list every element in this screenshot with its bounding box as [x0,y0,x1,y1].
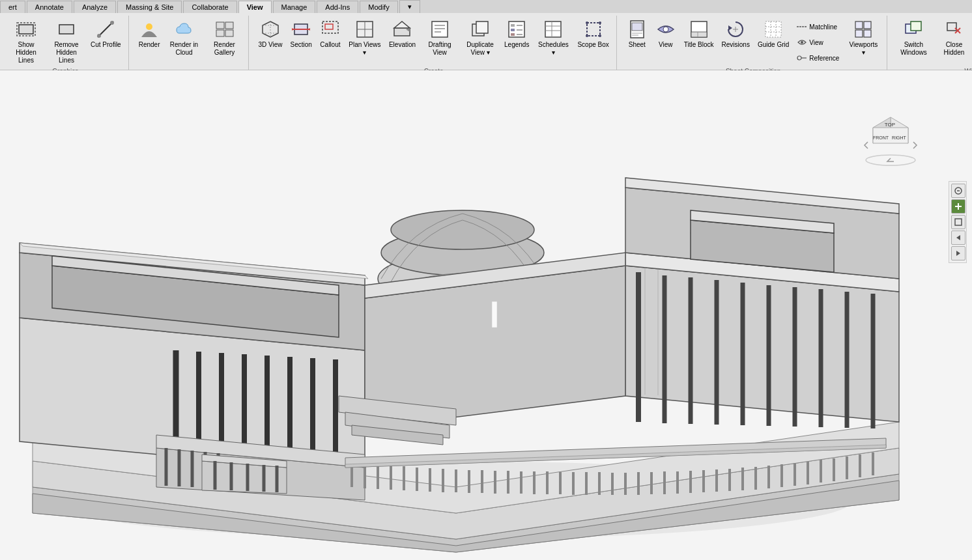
svg-point-43 [599,35,601,37]
render-button[interactable]: Render [136,17,164,61]
svg-point-61 [801,41,803,44]
tab-massing[interactable]: Massing & Site [117,1,182,13]
tab-manage[interactable]: Manage [273,1,316,13]
scope-box-icon [583,19,604,40]
tab-view[interactable]: View [238,1,272,13]
tab-options[interactable]: ▾ [399,0,420,13]
next-view-button[interactable] [951,246,965,260]
3d-view-icon [260,19,281,40]
svg-point-200 [866,155,915,165]
revisions-icon [725,19,746,40]
schedules-button[interactable]: Schedules ▾ [534,17,573,61]
svg-rect-195 [492,301,497,328]
title-block-icon [689,19,709,40]
reference-label: Reference [809,55,839,62]
svg-rect-29 [511,24,515,27]
tab-ert[interactable]: ert [0,1,25,13]
sheet-button[interactable]: Sheet [623,17,651,61]
svg-rect-9 [225,30,233,36]
ribbon-content: Show Hidden Lines Remove Hidden Lines Cu… [0,13,972,76]
viewports-label: Viewports ▾ [847,41,879,57]
zoom-extent-button[interactable] [951,184,965,198]
viewports-icon [853,19,874,40]
switch-windows-button[interactable]: Switch Windows [894,17,933,61]
previous-view-button[interactable] [951,231,965,245]
cut-profile-button[interactable]: Cut Profile [87,17,124,61]
render-cloud-label: Render in Cloud [168,41,201,57]
scope-box-label: Scope Box [577,41,608,49]
section-label: Section [291,41,312,49]
navigation-cube[interactable]: TOP FRONT RIGHT [861,109,920,168]
render-cloud-button[interactable]: Render in Cloud [165,17,204,61]
group-render: Render Render in Cloud Render Gallery [132,16,249,76]
create-buttons: 3D View Section Callout [255,16,612,66]
render-label: Render [139,41,160,49]
title-block-button[interactable]: Title Block [681,17,717,61]
svg-rect-64 [855,21,863,29]
cut-profile-icon [95,19,116,40]
3d-view-button[interactable]: 3D View [255,17,286,61]
svg-point-48 [663,27,668,32]
guide-grid-icon [763,19,784,40]
show-hidden-lines-button[interactable]: Show Hidden Lines [7,17,46,61]
svg-rect-33 [511,33,515,36]
elevation-button[interactable]: Elevation [386,17,419,61]
view-icon [655,19,676,40]
duplicate-view-button[interactable]: Duplicate View ▾ [461,17,500,61]
windows-buttons: Switch Windows Close Hidden Replicate [894,16,972,66]
svg-rect-39 [587,23,600,36]
graphics-buttons: Show Hidden Lines Remove Hidden Lines Cu… [7,16,124,66]
tab-modify[interactable]: Modify [360,1,397,13]
svg-rect-31 [511,29,515,31]
elevation-icon [392,19,412,40]
view-reference-button[interactable]: View [793,35,842,49]
drafting-view-button[interactable]: Drafting View [420,17,459,61]
tab-collaborate[interactable]: Collaborate [183,1,236,13]
group-windows: Switch Windows Close Hidden Replicate [890,16,972,76]
tab-analyze[interactable]: Analyze [74,1,116,13]
svg-text:FRONT: FRONT [873,135,889,140]
svg-text:TOP: TOP [885,122,895,128]
svg-rect-70 [947,23,956,31]
render-icon [139,19,160,40]
revisions-button[interactable]: Revisions [719,17,753,61]
ribbon-tabs[interactable]: ert Annotate Analyze Massing & Site Coll… [0,0,972,13]
cut-profile-label: Cut Profile [91,41,121,49]
schedules-label: Schedules ▾ [537,41,569,57]
svg-point-41 [599,21,601,24]
remove-hidden-icon [56,19,77,40]
render-gallery-button[interactable]: Render Gallery [205,17,244,61]
tab-annotate[interactable]: Annotate [27,1,72,13]
svg-marker-12 [292,28,294,31]
svg-marker-13 [308,28,310,31]
guide-grid-button[interactable]: Guide Grid [754,17,792,61]
close-hidden-button[interactable]: Close Hidden [934,17,972,61]
scope-box-button[interactable]: Scope Box [574,17,612,61]
building-viewport[interactable] [0,70,972,560]
svg-rect-50 [691,32,707,37]
svg-rect-66 [855,30,863,37]
sheet-label: Sheet [629,41,646,49]
svg-point-3 [97,34,101,38]
viewports-button[interactable]: Viewports ▾ [844,17,883,61]
section-button[interactable]: Section [287,17,315,61]
matchline-button[interactable]: Matchline [793,20,842,34]
remove-hidden-lines-button[interactable]: Remove Hidden Lines [47,17,86,61]
full-extent-button[interactable] [951,215,965,229]
render-cloud-icon [174,19,195,40]
svg-rect-22 [432,21,448,37]
zoom-in-button[interactable] [951,199,965,214]
legends-label: Legends [504,41,529,49]
sheet-buttons: Sheet View Title Block [623,16,883,66]
svg-rect-67 [864,30,871,37]
callout-button[interactable]: Callout [317,17,344,61]
group-create: 3D View Section Callout [251,16,617,76]
callout-icon [320,19,341,40]
view-button[interactable]: View [652,17,679,61]
switch-windows-label: Switch Windows [897,41,930,57]
close-hidden-label: Close Hidden [937,41,970,57]
tab-addins[interactable]: Add-Ins [317,1,358,13]
plan-views-button[interactable]: Plan Views ▾ [345,17,384,61]
legends-button[interactable]: Legends [501,17,532,61]
reference-button[interactable]: Reference [793,51,842,65]
